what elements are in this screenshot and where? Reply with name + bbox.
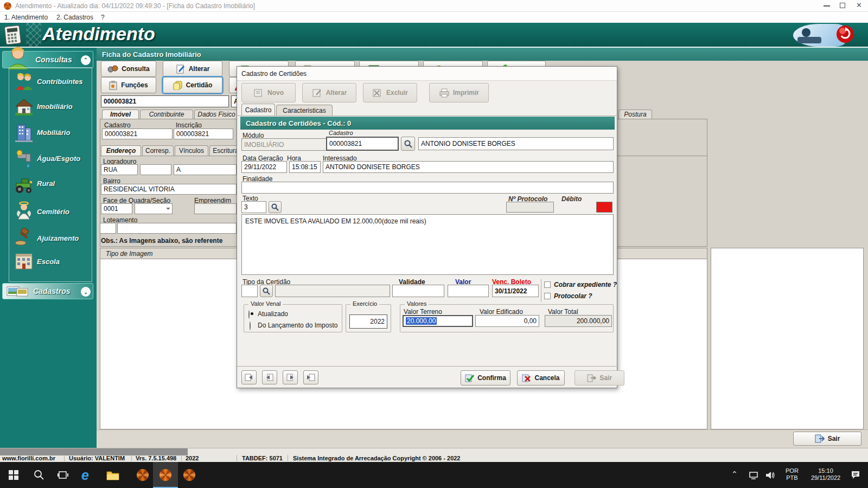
secao-combobox[interactable] — [135, 203, 173, 214]
tray-chevron-up-icon[interactable]: ⌃ — [731, 471, 738, 478]
dialog-tab-cadastro[interactable]: Cadastro — [241, 104, 275, 115]
cobrar-expediente-checkbox[interactable] — [544, 281, 551, 288]
tab-corresp[interactable]: Corresp. — [142, 145, 174, 156]
certidao-textarea[interactable]: ESTE IMOVEL ESTA AVALIADO EM 12.000,00(d… — [241, 214, 614, 275]
nav-next-button[interactable] — [283, 370, 298, 384]
logradouro-codigo-input[interactable] — [140, 164, 171, 175]
loteamento-codigo-input[interactable] — [100, 223, 116, 234]
collapse-up-icon[interactable]: ⌃ — [81, 55, 91, 65]
fiorilli-app-icon-2[interactable] — [183, 469, 195, 481]
edge-browser-icon[interactable]: e — [81, 467, 89, 483]
dialog-alterar-button[interactable]: Alterar — [302, 83, 356, 102]
excluir-button[interactable]: Excluir — [363, 83, 417, 102]
dialog-sair-button[interactable]: Sair — [575, 370, 624, 386]
dialog-tab-caracteristicas[interactable]: Caracteristicas — [276, 105, 333, 115]
tipo-certidao-search-button[interactable] — [260, 285, 273, 297]
alterar-button[interactable]: Alterar — [163, 61, 222, 77]
exercicio-input[interactable]: 2022 — [349, 314, 387, 329]
loteamento-nome-input[interactable] — [117, 223, 237, 234]
novo-button[interactable]: Novo — [241, 83, 296, 102]
confirma-button[interactable]: Confirma — [461, 370, 510, 386]
venc-boleto-input[interactable]: 30/11/2022 — [492, 285, 539, 297]
lancamento-radio[interactable] — [250, 322, 251, 330]
combo-arrow-icon[interactable] — [166, 208, 170, 212]
validade-input[interactable] — [392, 285, 444, 297]
network-icon[interactable] — [749, 471, 760, 480]
texto-search-button[interactable] — [269, 201, 282, 213]
cadastro-search-button[interactable] — [401, 137, 415, 151]
sidebar-item-escola[interactable]: Escola — [37, 258, 60, 266]
tab-imovel[interactable]: Imóvel — [102, 110, 139, 119]
funcoes-button[interactable]: Funções — [101, 77, 156, 93]
protocolar-checkbox[interactable] — [544, 293, 551, 299]
tab-dados-fisicos[interactable]: Dados Fisico — [194, 110, 239, 119]
nav-first-button[interactable] — [241, 370, 257, 384]
start-button[interactable] — [9, 470, 18, 480]
consulta-button[interactable]: Consulta — [101, 61, 156, 77]
dialog-titlebar[interactable]: Cadastro de Certidões — [237, 67, 617, 81]
inscricao-input[interactable]: 000003821 — [174, 129, 233, 139]
close-button[interactable]: ✕ — [856, 1, 862, 9]
maximize-button[interactable] — [840, 3, 845, 8]
protocolar-label[interactable]: Protocolar ? — [554, 292, 592, 300]
finalidade-input[interactable] — [241, 182, 614, 194]
task-view-icon[interactable] — [58, 470, 68, 480]
taskbar-search-icon[interactable] — [34, 470, 44, 480]
nav-last-button[interactable] — [303, 370, 318, 384]
bairro-input[interactable]: RESIDENCIAL VITORIA — [101, 184, 237, 195]
imprimir-button[interactable]: Imprimir — [429, 83, 489, 102]
cadastro-input[interactable]: 000003821 — [102, 129, 173, 139]
logradouro-tipo-input[interactable]: RUA — [101, 164, 138, 175]
minimize-button[interactable] — [824, 5, 830, 7]
clock[interactable]: 15:10 29/11/2022 — [805, 467, 846, 481]
interessado-input[interactable]: ANTONIO DONISETE BORGES — [323, 161, 614, 173]
sidebar-item-contribuintes[interactable]: Contribuintes — [37, 78, 83, 86]
tab-postura[interactable]: Postura — [618, 110, 652, 119]
menu-help[interactable]: ? — [101, 14, 105, 21]
lancamento-label[interactable]: Do Lançamento do Imposto — [258, 322, 337, 329]
face-quadra-input[interactable]: 0001 — [101, 203, 132, 214]
tab-vinculos[interactable]: Vínculos — [175, 145, 208, 156]
dialog-cadastro-input[interactable]: 000003821 — [326, 137, 399, 151]
sidebar-item-ajuizamento[interactable]: Ajuizamento — [37, 234, 79, 242]
sidebar-cadastros-header[interactable]: Cadastros ⌃ — [2, 283, 93, 299]
exit-power-button[interactable] — [835, 24, 855, 44]
main-cadastro-field[interactable]: 000003821 — [101, 95, 229, 107]
logradouro-nome-input[interactable]: A — [174, 164, 237, 175]
texto-input[interactable]: 3 — [241, 201, 266, 213]
menu-cadastros[interactable]: 2. Cadastros — [56, 14, 93, 21]
action-center-icon[interactable] — [851, 470, 861, 480]
status-usuario: Usuário: VALENTIM — [69, 455, 125, 461]
sidebar-item-imobiliario[interactable]: Imobiliário — [37, 102, 73, 111]
valor-edificado-input[interactable]: 0,00 — [475, 315, 539, 327]
sidebar-item-mobiliario[interactable]: Mobiliário — [37, 129, 70, 137]
atualizado-radio[interactable] — [248, 310, 250, 319]
expand-down-icon[interactable]: ⌃ — [81, 287, 91, 297]
calculator-icon — [4, 25, 22, 46]
empreendimento-input[interactable] — [194, 203, 237, 214]
sidebar-item-agua-esgoto[interactable]: Água/Esgoto — [37, 155, 80, 163]
mdi-sair-button[interactable]: Sair — [793, 432, 861, 446]
menu-atendimento[interactable]: 1. Atendimento — [4, 14, 48, 21]
valor-input[interactable] — [448, 285, 489, 297]
tab-contribuinte[interactable]: Contribuinte — [140, 110, 193, 119]
data-geracao-input[interactable]: 29/11/2022 — [241, 161, 287, 173]
tipo-certidao-input[interactable] — [241, 285, 258, 297]
hora-input[interactable]: 15:08:15 — [289, 161, 321, 173]
consultas-label: Consultas — [35, 55, 72, 64]
fiorilli-app-icon[interactable] — [137, 469, 149, 481]
tipo-imagem-column-header[interactable]: Tipo de Imagem — [106, 250, 153, 258]
file-explorer-icon[interactable] — [106, 470, 119, 480]
cancela-button[interactable]: Cancela — [517, 370, 565, 386]
atualizado-label[interactable]: Atualizado — [258, 310, 288, 318]
certidao-button[interactable]: Certidão — [163, 77, 222, 93]
sidebar-item-rural[interactable]: Rural — [37, 179, 55, 188]
nav-prev-button[interactable] — [262, 370, 277, 384]
sidebar-item-cemiterio[interactable]: Cemitério — [37, 208, 69, 216]
valor-terreno-input[interactable]: 20.000,00 — [403, 315, 473, 327]
fiorilli-app-icon-active[interactable] — [159, 469, 171, 481]
tab-endereco[interactable]: Endereço — [101, 145, 141, 156]
speaker-icon[interactable] — [765, 471, 776, 480]
cobrar-expediente-label[interactable]: Cobrar expediente ? — [554, 281, 617, 288]
language-indicator[interactable]: POR PTB — [786, 467, 799, 481]
